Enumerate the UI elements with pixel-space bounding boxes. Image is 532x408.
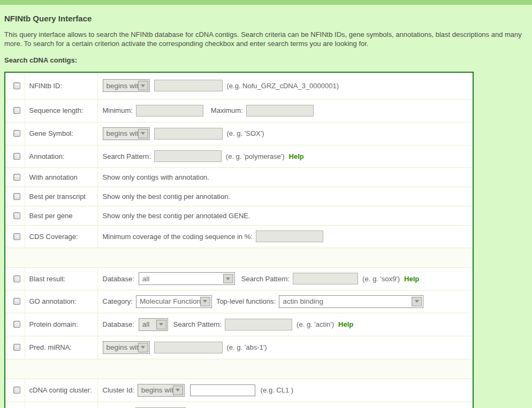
- cds-coverage-input[interactable]: [256, 230, 323, 242]
- cds-coverage-text: Minimum coverage of the coding sequence …: [103, 233, 253, 241]
- nfintb-id-checkbox[interactable]: [13, 82, 20, 89]
- gene-symbol-example: (e. g. 'SOX'): [227, 129, 264, 137]
- cluster-id-input[interactable]: [190, 384, 255, 396]
- best-per-transcript-label: Best per transcript: [29, 193, 86, 201]
- annotation-label: Annotation:: [29, 152, 65, 160]
- nfintb-id-example: (e.g. Nofu_GRZ_cDNA_3_0000001): [227, 82, 339, 90]
- row-protein-domain: Protein domain: Database: all Search Pat…: [5, 313, 473, 336]
- annotation-example: (e. g. 'polymerase'): [226, 152, 285, 160]
- maximum-label: Maximum:: [211, 106, 243, 114]
- spacer-row: [5, 359, 473, 379]
- protein-database-select[interactable]: all: [139, 318, 168, 331]
- go-toplevel-label: Top-level functions:: [216, 297, 276, 305]
- row-blast-result: Blast result: Database: all Search Patte…: [5, 267, 473, 290]
- gene-symbol-label: Gene Symbol:: [29, 129, 73, 137]
- protein-database-select-value: all: [139, 320, 156, 328]
- annotation-pattern-input[interactable]: [154, 150, 222, 162]
- protein-database-label: Database:: [103, 320, 134, 328]
- best-per-gene-checkbox[interactable]: [13, 212, 20, 219]
- gene-symbol-checkbox[interactable]: [13, 130, 20, 137]
- chevron-down-icon[interactable]: [138, 81, 148, 90]
- go-category-select-value: Molecular Function: [136, 297, 200, 305]
- with-annotation-text: Show only contigs with annotation.: [103, 173, 209, 181]
- go-category-label: Category:: [103, 297, 133, 305]
- chevron-down-icon[interactable]: [412, 297, 422, 306]
- cluster-example: (e.g. CL1 ): [261, 386, 293, 394]
- best-per-gene-text: Show only the best contig per annotated …: [103, 212, 250, 220]
- pred-mirna-checkbox[interactable]: [13, 344, 20, 351]
- blast-database-select[interactable]: all: [139, 272, 235, 285]
- protein-domain-label: Protein domain:: [29, 320, 78, 328]
- best-per-gene-label: Best per gene: [29, 212, 73, 220]
- blast-example: (e. g. 'sox9'): [362, 275, 400, 283]
- go-annotation-label: GO annotation:: [29, 297, 77, 305]
- row-best-per-gene: Best per gene Show only the best contig …: [5, 206, 473, 225]
- gene-symbol-input[interactable]: [154, 128, 223, 140]
- page: NFINtb Query Interface This query interf…: [0, 0, 532, 408]
- chevron-down-icon[interactable]: [138, 343, 148, 352]
- pred-mirna-example: (e. g. 'abs-1'): [227, 343, 267, 351]
- section-label: Search cDNA contigs:: [4, 56, 528, 64]
- cdna-cluster-label: cDNA contig cluster:: [29, 386, 92, 394]
- cds-coverage-checkbox[interactable]: [13, 233, 20, 240]
- go-annotation-checkbox[interactable]: [13, 298, 20, 305]
- row-with-annotation: With annotation Show only contigs with a…: [5, 167, 473, 187]
- blast-database-select-value: all: [139, 275, 223, 283]
- row-cdna-contig-cluster: cDNA contig cluster: Cluster Id: begins …: [5, 379, 473, 402]
- with-annotation-checkbox[interactable]: [13, 174, 20, 181]
- go-category-select[interactable]: Molecular Function: [136, 295, 212, 308]
- pred-mirna-label: Pred. miRNA:: [29, 343, 72, 351]
- maximum-length-input[interactable]: [246, 105, 314, 117]
- top-green-bar: [0, 0, 532, 5]
- pred-mirna-input[interactable]: [154, 342, 223, 353]
- chevron-down-icon[interactable]: [156, 320, 166, 329]
- nfintb-id-match-select[interactable]: begins with: [103, 79, 150, 92]
- row-go-annotation: GO annotation: Category: Molecular Funct…: [5, 290, 473, 313]
- cluster-match-select[interactable]: begins with: [138, 384, 185, 397]
- row-sequence-length: Sequence length: Minimum: Maximum:: [5, 99, 473, 122]
- row-gene-symbol: Gene Symbol: begins with (e. g. 'SOX'): [5, 122, 473, 145]
- protein-example: (e. g. 'actin'): [297, 320, 334, 328]
- chevron-down-icon[interactable]: [200, 297, 210, 306]
- best-per-transcript-text: Show only the best contig per annotation…: [103, 193, 231, 201]
- chevron-down-icon[interactable]: [223, 274, 233, 283]
- go-toplevel-select[interactable]: actin binding: [279, 295, 423, 308]
- protein-pattern-input[interactable]: [225, 319, 292, 330]
- content-area: NFINtb Query Interface This query interf…: [0, 14, 532, 408]
- pred-mirna-match-select-value: begins with: [103, 343, 138, 351]
- cds-coverage-label: CDS Coverage:: [29, 233, 78, 241]
- blast-help-link[interactable]: Help: [404, 275, 419, 283]
- row-nfintb-id: NFINtb ID: begins with (e.g. Nofu_GRZ_cD…: [5, 72, 473, 99]
- minimum-length-input[interactable]: [136, 105, 203, 117]
- protein-help-link[interactable]: Help: [338, 320, 353, 328]
- gene-symbol-match-select[interactable]: begins with: [103, 127, 150, 140]
- intro-description: This query interface allows to search th…: [4, 30, 528, 48]
- chevron-down-icon[interactable]: [138, 129, 148, 138]
- pred-mirna-match-select[interactable]: begins with: [103, 341, 150, 354]
- cluster-match-select-value: begins with: [138, 386, 173, 394]
- blast-pattern-label: Search Pattern:: [241, 275, 290, 283]
- row-best-per-transcript: Best per transcript Show only the best c…: [5, 187, 473, 206]
- annotation-checkbox[interactable]: [13, 153, 20, 160]
- cdna-cluster-checkbox[interactable]: [13, 387, 20, 394]
- best-per-transcript-checkbox[interactable]: [13, 193, 20, 200]
- row-partial-clipped: [5, 402, 473, 408]
- minimum-label: Minimum:: [103, 106, 133, 114]
- annotation-pattern-label: Search Pattern:: [103, 152, 151, 160]
- page-title: NFINtb Query Interface: [4, 14, 528, 23]
- query-form-table: NFINtb ID: begins with (e.g. Nofu_GRZ_cD…: [4, 72, 474, 408]
- nfintb-id-label: NFINtb ID:: [29, 82, 62, 90]
- row-pred-mirna: Pred. miRNA: begins with (e. g. 'abs-1'): [5, 336, 473, 359]
- with-annotation-label: With annotation: [29, 173, 78, 181]
- blast-result-checkbox[interactable]: [13, 275, 20, 282]
- row-annotation: Annotation: Search Pattern: (e. g. 'poly…: [5, 145, 473, 167]
- sequence-length-label: Sequence length:: [29, 106, 83, 114]
- blast-database-label: Database:: [103, 275, 134, 283]
- protein-domain-checkbox[interactable]: [13, 321, 20, 328]
- annotation-help-link[interactable]: Help: [289, 152, 304, 160]
- sequence-length-checkbox[interactable]: [13, 107, 20, 114]
- blast-pattern-input[interactable]: [293, 273, 358, 284]
- spacer-row: [5, 248, 473, 267]
- chevron-down-icon[interactable]: [173, 386, 183, 395]
- nfintb-id-input[interactable]: [154, 80, 223, 91]
